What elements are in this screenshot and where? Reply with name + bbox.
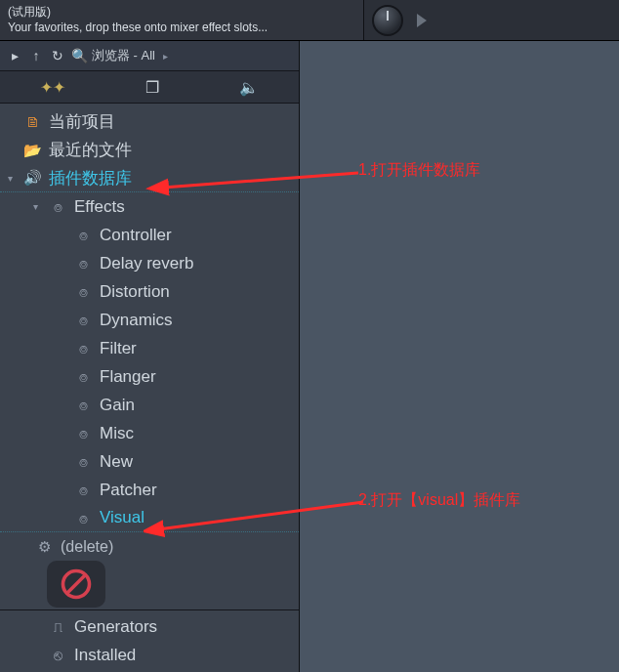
plugin-icon: ⌾ [74,368,92,385]
hint-title: (试用版) [8,4,355,21]
search-icon[interactable]: 🔍 [70,48,88,63]
expander-icon[interactable]: ▾ [33,201,41,212]
plugin-icon: ⌾ [74,255,92,272]
tree-effect-distortion[interactable]: ⌾Distortion [0,277,299,306]
plugin-icon: ⌾ [74,425,92,441]
play-icon[interactable] [417,14,427,27]
reload-icon[interactable]: ↻ [49,48,66,63]
waveform-icon: ⎍ [49,618,66,635]
tree-label: Gain [100,396,135,415]
tree-effect-new[interactable]: ⌾New [0,447,299,476]
plugin-icon: ⌾ [74,397,92,413]
tree-label: New [100,452,133,472]
speaker-icon[interactable]: 🔈 [239,78,259,97]
tree-label: Dynamics [100,311,173,330]
browser-panel: ▸ ↑ ↻ 🔍 浏览器 - All ▸ ✦✦ ❐ 🔈 🗎 当前项目 📂 最近的文… [0,41,300,672]
volume-knob[interactable] [372,5,403,36]
tree-delete[interactable]: ⚙ (delete) [0,532,299,561]
tree-label: Misc [100,424,134,443]
plugin-icon: ⌾ [74,340,92,357]
plugin-icon: ⌾ [74,482,92,498]
tree-effect-delay-reverb[interactable]: ⌾Delay reverb [0,249,299,277]
tree-effect-controller[interactable]: ⌾Controller [0,221,299,249]
gear-icon: ⚙ [35,538,53,556]
tree-generators[interactable]: ⎍ Generators [0,612,299,641]
transport-area [364,0,619,40]
tree-label: Effects [74,197,125,217]
prohibit-icon [59,567,94,602]
tree-label: Distortion [100,282,170,302]
folder-open-icon: 📂 [23,142,41,159]
plugin-icon: ⌾ [74,510,92,526]
favorites-icon[interactable]: ✦✦ [40,78,65,97]
browser-title: 浏览器 - All [92,47,155,64]
documents-icon[interactable]: ❐ [145,78,159,97]
hint-box: (试用版) Your favorites, drop these onto mi… [0,0,364,40]
tree-current-project[interactable]: 🗎 当前项目 [0,107,299,136]
browser-header: ▸ ↑ ↻ 🔍 浏览器 - All ▸ [0,41,299,70]
document-icon: 🗎 [23,113,41,130]
tree-label: (delete) [61,538,113,556]
tree-label: Filter [100,339,137,358]
browser-tree: 🗎 当前项目 📂 最近的文件 ▾ 🔊 插件数据库 ▾ ⌾ Effects ⌾Co… [0,104,299,672]
tree-effect-visual[interactable]: ⌾Visual [0,504,299,532]
expander-icon[interactable]: ▾ [8,173,16,184]
tree-label: 当前项目 [49,110,115,133]
tree-effects[interactable]: ▾ ⌾ Effects [0,192,299,221]
annotation-2: 2.打开【visual】插件库 [358,490,520,511]
annotation-1: 1.打开插件数据库 [358,160,480,181]
tree-label: Patcher [100,481,157,500]
hint-text: Your favorites, drop these onto mixer ef… [8,21,355,34]
tree-effect-dynamics[interactable]: ⌾Dynamics [0,306,299,334]
tree-label: Generators [74,617,157,637]
tree-plugin-database[interactable]: ▾ 🔊 插件数据库 [0,164,299,192]
chevron-right-icon[interactable]: ▸ [159,51,172,62]
plugin-icon: ⌾ [74,453,92,470]
tree-label: Flanger [100,367,156,387]
plugin-icon: ⌾ [74,312,92,328]
tree-recent-files[interactable]: 📂 最近的文件 [0,136,299,164]
tree-label: Controller [100,226,172,245]
tree-installed[interactable]: ⎋ Installed [0,641,299,669]
tree-label: Delay reverb [100,254,193,273]
tree-label: 插件数据库 [49,167,132,189]
link-icon: ⎋ [49,647,66,663]
plugin-icon: ⌾ [74,227,92,243]
tree-label: Installed [74,646,136,665]
tree-label: 最近的文件 [49,139,132,161]
tree-effect-gain[interactable]: ⌾Gain [0,391,299,419]
tree-effect-misc[interactable]: ⌾Misc [0,419,299,447]
tree-effect-flanger[interactable]: ⌾Flanger [0,362,299,391]
speaker-icon: 🔊 [23,169,41,187]
plugin-icon: ⌾ [49,198,66,215]
collapse-icon[interactable]: ▸ [6,48,23,63]
plugin-icon: ⌾ [74,283,92,300]
browser-toolbar: ✦✦ ❐ 🔈 [0,70,299,104]
tree-label: Visual [100,508,144,527]
title-bar: (试用版) Your favorites, drop these onto mi… [0,0,619,41]
workspace-canvas: 1.打开插件数据库 2.打开【visual】插件库 [300,41,619,672]
back-icon[interactable]: ↑ [27,48,45,63]
svg-line-1 [67,575,85,593]
tree-effect-patcher[interactable]: ⌾Patcher [0,476,299,504]
tree-effect-filter[interactable]: ⌾Filter [0,334,299,362]
prohibit-badge [47,561,105,608]
